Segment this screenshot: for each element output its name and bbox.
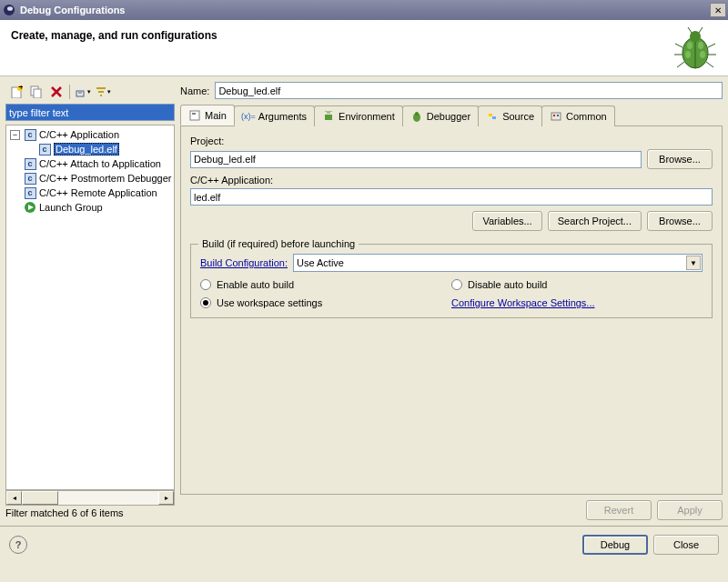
config-tree[interactable]: −cC/C++ ApplicationcDebug_led.elfcC/C++ … — [5, 125, 175, 490]
svg-rect-18 — [325, 115, 332, 120]
svg-rect-22 — [492, 116, 496, 119]
scroll-thumb[interactable] — [22, 491, 58, 505]
tab-icon — [322, 110, 335, 123]
tab-bar: Main(x)=ArgumentsEnvironmentDebuggerSour… — [180, 105, 723, 126]
build-group-title: Build (if required) before launching — [198, 238, 359, 249]
svg-rect-25 — [557, 115, 559, 116]
enable-auto-build-radio[interactable] — [200, 279, 211, 290]
build-config-select[interactable]: Use Active ▼ — [293, 254, 703, 272]
horizontal-scrollbar[interactable]: ◂ ▸ — [5, 490, 175, 506]
enable-auto-build-label: Enable auto build — [217, 279, 294, 290]
svg-rect-23 — [551, 113, 561, 120]
c-app-icon: c — [23, 156, 37, 171]
svg-rect-13 — [34, 89, 41, 98]
close-button[interactable]: Close — [653, 535, 719, 555]
tree-item[interactable]: −cC/C++ Application — [6, 127, 174, 142]
tab-source[interactable]: Source — [478, 105, 542, 126]
svg-point-4 — [687, 42, 693, 49]
run-icon — [23, 200, 37, 215]
disable-auto-build-label: Disable auto build — [468, 279, 547, 290]
titlebar: Debug Configurations ✕ — [0, 0, 728, 20]
tab-label: Debugger — [427, 111, 470, 122]
tab-environment[interactable]: Environment — [314, 105, 403, 126]
help-icon[interactable]: ? — [9, 536, 27, 554]
tree-item-label: C/C++ Remote Application — [39, 187, 157, 198]
scroll-track[interactable] — [58, 491, 158, 505]
separator — [69, 85, 70, 99]
tree-item-label: C/C++ Application — [39, 129, 119, 140]
debug-bug-image — [672, 25, 719, 73]
close-icon[interactable]: ✕ — [710, 3, 726, 17]
svg-text:+: + — [18, 85, 23, 92]
tree-item-label: C/C++ Postmortem Debugger — [39, 173, 172, 184]
tab-main[interactable]: Main — [180, 105, 235, 125]
tree-item[interactable]: cC/C++ Attach to Application — [6, 156, 174, 171]
revert-button[interactable]: Revert — [586, 500, 652, 520]
app-input[interactable] — [190, 188, 713, 206]
delete-config-icon[interactable] — [47, 83, 66, 101]
configure-workspace-link[interactable]: Configure Workspace Settings... — [451, 297, 595, 308]
tree-item[interactable]: Launch Group — [6, 200, 174, 215]
twisty-icon[interactable]: − — [10, 130, 20, 140]
svg-point-5 — [698, 42, 703, 49]
tab-icon — [410, 110, 423, 123]
tree-item[interactable]: cDebug_led.elf — [6, 142, 174, 156]
name-label: Name: — [180, 85, 209, 96]
build-group: Build (if required) before launching Bui… — [190, 244, 713, 318]
c-app-icon: c — [23, 171, 37, 186]
project-input[interactable] — [190, 151, 642, 168]
eclipse-icon — [2, 3, 16, 17]
c-app-icon: c — [23, 186, 37, 200]
filter-config-icon[interactable]: ▾ — [94, 83, 112, 101]
tab-arguments[interactable]: (x)=Arguments — [234, 105, 315, 126]
name-input[interactable] — [215, 82, 723, 99]
tab-label: Source — [502, 111, 534, 122]
right-panel: Name: Main(x)=ArgumentsEnvironmentDebugg… — [180, 82, 723, 520]
filter-input[interactable] — [5, 104, 175, 121]
project-label: Project: — [190, 135, 713, 146]
search-project-button[interactable]: Search Project... — [548, 211, 642, 231]
duplicate-config-icon[interactable] — [27, 83, 46, 101]
tab-common[interactable]: Common — [541, 105, 615, 126]
window-title: Debug Configurations — [20, 5, 710, 15]
tree-item[interactable]: cC/C++ Postmortem Debugger — [6, 171, 174, 186]
page-title: Create, manage, and run configurations — [11, 29, 717, 42]
scroll-right-icon[interactable]: ▸ — [158, 491, 174, 505]
new-config-icon[interactable]: + — [7, 83, 25, 101]
tree-item[interactable]: cC/C++ Remote Application — [6, 186, 174, 200]
tree-item-label: Launch Group — [39, 202, 103, 213]
build-config-link[interactable]: Build Configuration: — [200, 257, 288, 268]
svg-rect-24 — [553, 115, 555, 116]
svg-point-1 — [7, 6, 13, 11]
app-label: C/C++ Application: — [190, 175, 713, 186]
tab-label: Arguments — [258, 111, 307, 122]
chevron-down-icon: ▼ — [686, 256, 701, 270]
disable-auto-build-radio[interactable] — [451, 279, 462, 290]
svg-rect-14 — [76, 91, 84, 96]
left-panel: + ▾ ▾ −cC/C++ ApplicationcDebug_led.elfc… — [5, 82, 175, 520]
browse-app-button[interactable]: Browse... — [647, 211, 713, 231]
tab-main-panel: Project: Browse... C/C++ Application: Va… — [180, 126, 723, 495]
c-app-icon: c — [37, 142, 52, 156]
svg-point-20 — [415, 112, 419, 115]
scroll-left-icon[interactable]: ◂ — [6, 491, 22, 505]
apply-button[interactable]: Apply — [657, 500, 723, 520]
variables-button[interactable]: Variables... — [472, 211, 541, 231]
tree-item-label: Debug_led.elf — [54, 143, 119, 156]
tab-icon: (x)= — [242, 110, 255, 123]
use-workspace-label: Use workspace settings — [217, 297, 322, 308]
build-config-value: Use Active — [297, 257, 344, 268]
svg-rect-21 — [489, 114, 492, 116]
debug-button[interactable]: Debug — [582, 535, 648, 555]
left-toolbar: + ▾ ▾ — [5, 82, 175, 102]
tab-debugger[interactable]: Debugger — [402, 105, 479, 126]
tree-item-label: C/C++ Attach to Application — [39, 158, 161, 169]
use-workspace-radio[interactable] — [200, 297, 211, 308]
collapse-all-icon[interactable]: ▾ — [74, 83, 92, 101]
browse-project-button[interactable]: Browse... — [647, 149, 713, 169]
footer: ? Debug Close — [0, 526, 728, 562]
tab-icon — [550, 110, 562, 123]
filter-status: Filter matched 6 of 6 items — [5, 506, 175, 520]
tab-icon — [486, 110, 499, 123]
tab-label: Common — [566, 111, 607, 122]
